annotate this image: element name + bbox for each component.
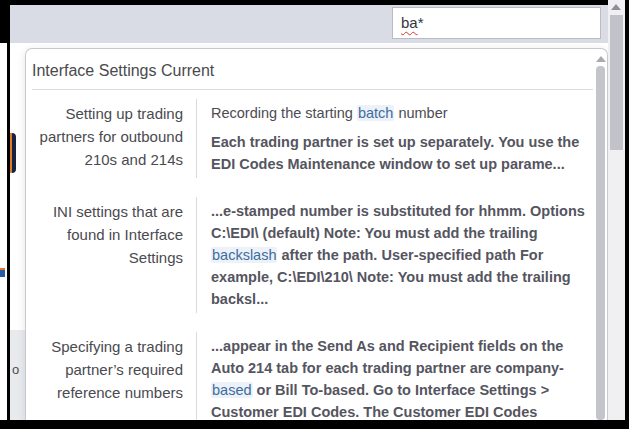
result-body: ...e-stamped number is substituted for h… — [196, 197, 591, 313]
search-term-highlight: based — [211, 382, 253, 398]
window-scrollbar-thumb[interactable] — [610, 15, 623, 150]
search-input[interactable]: ba* — [392, 7, 601, 39]
search-term-highlight: backslash — [211, 247, 277, 263]
panel-scroll-up-icon[interactable] — [596, 56, 606, 62]
search-result-row[interactable]: Setting up trading partners for outbound… — [32, 99, 591, 178]
result-topic-title[interactable]: Specifying a trading partner’s required … — [32, 332, 196, 420]
result-topic-title[interactable]: Setting up trading partners for outbound… — [32, 99, 196, 178]
result-topic-title[interactable]: INI settings that are found in Interface… — [32, 197, 196, 313]
window-scrollbar[interactable] — [608, 0, 625, 420]
toolbar: ba* — [10, 5, 608, 43]
results-list: Setting up trading partners for outbound… — [26, 90, 607, 420]
result-subtopic-link[interactable]: Recording the starting batch number — [211, 102, 587, 124]
search-query-wildcard: * — [418, 14, 424, 31]
search-term-highlight: batch — [357, 105, 394, 121]
window-border-right — [625, 0, 629, 429]
window-border-left — [0, 0, 10, 43]
window-border-top — [0, 0, 608, 5]
result-body: ...appear in the Send As and Recipient f… — [196, 332, 591, 420]
search-results-panel: Interface Settings Current Setting up tr… — [25, 48, 608, 420]
background-page-fragment — [0, 268, 5, 277]
result-body: Recording the starting batch number Each… — [196, 99, 591, 178]
result-snippet: ...appear in the Send As and Recipient f… — [211, 335, 587, 420]
search-result-row[interactable]: Specifying a trading partner’s required … — [32, 332, 591, 420]
search-result-row[interactable]: INI settings that are found in Interface… — [32, 197, 591, 313]
window-scroll-up-icon[interactable] — [611, 4, 621, 10]
window-border-bottom — [0, 420, 629, 429]
background-page-fragment — [10, 133, 16, 173]
result-snippet: Each trading partner is set up separatel… — [211, 131, 587, 175]
panel-scrollbar-thumb[interactable] — [596, 66, 605, 420]
window-border-left — [7, 43, 10, 420]
search-query-misspelled: ba — [401, 14, 418, 31]
result-snippet: ...e-stamped number is substituted for h… — [211, 200, 587, 310]
results-panel-title: Interface Settings Current — [26, 49, 607, 89]
background-page-fragment: o — [10, 330, 25, 420]
